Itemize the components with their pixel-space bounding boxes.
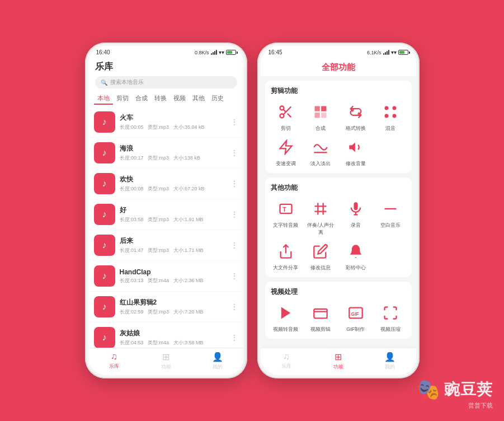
- music-name-0: 火车: [120, 113, 226, 123]
- music-item-6[interactable]: ♪ 红山果剪辑2 长度:02:59 类型:mp3 大小:7.20 MB ⋮: [88, 292, 244, 322]
- func-blank-label: 空白音乐: [380, 222, 401, 229]
- phone1-nav-functions[interactable]: ⊞ 功能: [140, 352, 192, 371]
- record-icon: [345, 198, 366, 219]
- phone1-time: 16:40: [96, 49, 110, 55]
- music-info-0: 火车 长度:00:05 类型:mp3 大小:35.04 kB: [120, 113, 226, 131]
- music-more-6[interactable]: ⋮: [230, 302, 238, 311]
- convert-icon: [345, 101, 366, 123]
- func-compose-label: 合成: [315, 125, 326, 132]
- phone2-time: 16:45: [269, 49, 282, 55]
- func-video-cut[interactable]: 视频剪辑: [305, 302, 336, 333]
- music-item-5[interactable]: ♪ HandClap 长度:03:13 类型:m4a 大小:2.36 MB ⋮: [88, 261, 244, 291]
- section-other: 其他功能 T 文字转音频: [265, 177, 412, 277]
- music-info-2: 欢快 长度:00:08 类型:mp3 大小:67.20 kB: [120, 175, 226, 193]
- phone1-speed: 0.8K/s: [195, 50, 209, 55]
- music-more-1[interactable]: ⋮: [230, 148, 238, 157]
- gif-icon: GIF: [345, 302, 366, 324]
- tab-convert[interactable]: 转换: [151, 93, 170, 105]
- svg-point-0: [280, 106, 284, 110]
- phone2-wifi-icon: ▾▾: [391, 49, 397, 55]
- func-volume-label: 修改音量: [346, 160, 366, 167]
- search-icon: 🔍: [101, 79, 107, 86]
- func-compress[interactable]: 视频压缩: [375, 302, 406, 333]
- phone1-search-bar[interactable]: 🔍 搜索本地音乐: [95, 76, 237, 88]
- music-item-7[interactable]: ♪ 灰姑娘 长度:04:53 类型:m4a 大小:3.58 MB ⋮: [88, 322, 244, 348]
- phone1-search-placeholder: 搜索本地音乐: [110, 78, 144, 86]
- phone2-nav-functions[interactable]: ⊞ 功能: [312, 352, 364, 371]
- tts-icon: T: [275, 198, 296, 219]
- music-more-5[interactable]: ⋮: [230, 272, 238, 280]
- music-item-0[interactable]: ♪ 火车 长度:00:05 类型:mp3 大小:35.04 kB ⋮: [88, 107, 244, 137]
- music-item-3[interactable]: ♪ 好 长度:03:58 类型:mp3 大小:1.91 MB ⋮: [88, 199, 244, 230]
- func-separate[interactable]: 伴奏/人声分离: [305, 198, 336, 236]
- func-fade[interactable]: 淡入淡出: [305, 137, 336, 167]
- func-gif[interactable]: GIF GIF制作: [341, 302, 371, 333]
- svg-point-12: [393, 114, 397, 118]
- func-speed[interactable]: 变速变调: [271, 137, 302, 167]
- phone1-nav-library-icon: ♫: [111, 352, 117, 362]
- phone1-nav-mine[interactable]: 👤 我的: [192, 352, 244, 371]
- music-info-4: 后来 长度:01:47 类型:mp3 大小:1.71 MB: [120, 236, 226, 254]
- phone1-nav-mine-label: 我的: [213, 363, 223, 371]
- music-more-3[interactable]: ⋮: [230, 210, 238, 219]
- music-info-1: 海浪 长度:00:17 类型:mp3 大小:136 kB: [120, 144, 226, 162]
- section-video-title: 视频处理: [271, 287, 406, 297]
- func-tts-label: 文字转音频: [273, 222, 298, 229]
- music-thumb-3: ♪: [94, 204, 115, 225]
- func-compress-label: 视频压缩: [380, 326, 401, 333]
- mix-icon: [380, 101, 401, 123]
- phone2-nav-library[interactable]: ♫ 乐库: [261, 352, 313, 371]
- section-video-grid: 视频转音频 视频剪辑: [271, 302, 406, 333]
- func-mix[interactable]: 混音: [375, 101, 406, 132]
- func-compose[interactable]: 合成: [305, 101, 336, 132]
- func-tts[interactable]: T 文字转音频: [271, 198, 302, 236]
- tab-history[interactable]: 历史: [208, 93, 227, 105]
- tab-local[interactable]: 本地: [94, 93, 113, 105]
- edit-icon: [310, 241, 331, 262]
- music-item-4[interactable]: ♪ 后来 长度:01:47 类型:mp3 大小:1.71 MB ⋮: [88, 230, 244, 260]
- tab-cut[interactable]: 剪切: [113, 93, 132, 105]
- tab-compose[interactable]: 合成: [132, 93, 151, 105]
- section-other-grid: T 文字转音频 伴奏/人声分离: [271, 198, 406, 272]
- music-more-7[interactable]: ⋮: [230, 333, 238, 342]
- music-more-4[interactable]: ⋮: [230, 241, 238, 250]
- section-other-title: 其他功能: [271, 183, 406, 193]
- watermark-emoji: 🎭: [416, 378, 441, 401]
- video-cut-icon: [310, 302, 331, 324]
- phone-library: 16:40 0.8K/s ▾▾ 乐库 🔍: [85, 43, 247, 378]
- tab-video[interactable]: 视频: [170, 93, 189, 105]
- music-meta-7: 长度:04:53 类型:m4a 大小:3.58 MB: [120, 339, 226, 347]
- func-share[interactable]: 大文件分享: [271, 241, 302, 272]
- svg-point-9: [385, 106, 389, 110]
- music-item-2[interactable]: ♪ 欢快 长度:00:08 类型:mp3 大小:67.20 kB ⋮: [88, 169, 244, 199]
- speed-icon: [275, 137, 296, 158]
- phone1-music-list: ♪ 火车 长度:00:05 类型:mp3 大小:35.04 kB ⋮ ♪ 海浪 …: [88, 107, 244, 348]
- func-volume[interactable]: 修改音量: [341, 137, 371, 167]
- svg-text:T: T: [282, 206, 286, 213]
- music-item-1[interactable]: ♪ 海浪 长度:00:17 类型:mp3 大小:136 kB ⋮: [88, 138, 244, 168]
- compose-icon: [310, 101, 331, 123]
- phone2-nav-mine[interactable]: 👤 我的: [364, 352, 416, 371]
- func-ringtone[interactable]: 彩铃中心: [341, 241, 371, 272]
- func-record[interactable]: 录音: [341, 198, 371, 236]
- svg-rect-6: [321, 106, 326, 111]
- section-editing: 剪辑功能 剪切: [265, 81, 412, 173]
- func-blank[interactable]: 空白音乐: [375, 198, 406, 236]
- music-more-2[interactable]: ⋮: [230, 179, 238, 188]
- phone2-nav-library-label: 乐库: [281, 363, 291, 370]
- phone2-nav-mine-icon: 👤: [384, 352, 395, 362]
- func-convert-label: 格式转换: [346, 125, 366, 132]
- phone1-nav-library[interactable]: ♫ 乐库: [88, 352, 140, 371]
- func-scissors[interactable]: 剪切: [271, 101, 302, 132]
- music-more-0[interactable]: ⋮: [230, 118, 238, 127]
- func-edit-label: 修改信息: [310, 264, 331, 272]
- func-video-audio[interactable]: 视频转音频: [271, 302, 302, 333]
- music-thumb-4: ♪: [94, 235, 115, 256]
- music-meta-3: 长度:03:58 类型:mp3 大小:1.91 MB: [120, 216, 226, 223]
- separate-icon: [310, 198, 331, 219]
- tab-other[interactable]: 其他: [189, 93, 208, 105]
- func-convert[interactable]: 格式转换: [341, 101, 371, 132]
- func-scissors-label: 剪切: [281, 125, 291, 132]
- music-info-6: 红山果剪辑2 长度:02:59 类型:mp3 大小:7.20 MB: [120, 298, 226, 316]
- func-edit[interactable]: 修改信息: [305, 241, 336, 272]
